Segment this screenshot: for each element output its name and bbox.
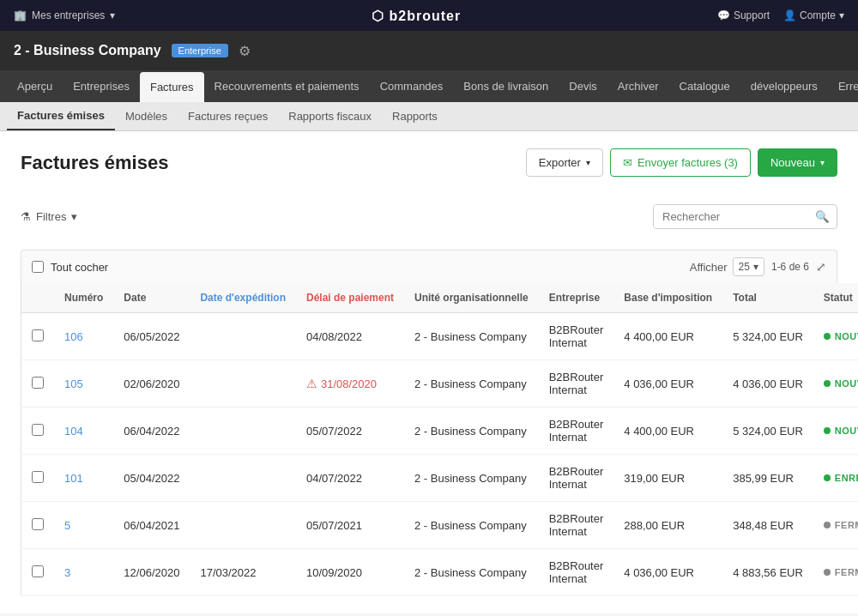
cell-unite: 2 - Business Company xyxy=(404,313,539,360)
expand-icon[interactable]: ⤢ xyxy=(816,260,826,274)
nav-devis[interactable]: Devis xyxy=(559,71,607,101)
cell-total: 348,48 EUR xyxy=(722,502,813,549)
header-statut: Statut xyxy=(813,283,858,313)
cell-base: 4 036,00 EUR xyxy=(613,360,722,408)
cell-entreprise: B2BRouter Internat xyxy=(539,360,614,408)
chevron-down-icon: ▾ xyxy=(753,261,758,273)
settings-icon[interactable]: ⚙ xyxy=(239,43,251,59)
row-checkbox[interactable] xyxy=(32,424,44,436)
nav-developpeurs[interactable]: développeurs xyxy=(740,71,828,101)
mes-entreprises-menu[interactable]: 🏢 Mes entreprises ▾ xyxy=(14,9,115,21)
row-checkbox[interactable] xyxy=(32,471,44,483)
status-label: FERMÉ xyxy=(835,520,858,530)
subnav-rapports-fiscaux[interactable]: Rapports fiscaux xyxy=(278,103,382,130)
row-checkbox[interactable] xyxy=(32,329,44,341)
cell-entreprise: B2BRouter Internat xyxy=(539,549,614,596)
subnav-rapports[interactable]: Rapports xyxy=(382,103,448,130)
per-page-select[interactable]: 25 ▾ xyxy=(733,257,764,276)
nav-entreprises[interactable]: Entreprises xyxy=(63,71,140,101)
cell-total: 5 324,00 EUR xyxy=(722,408,813,455)
nav-archiver[interactable]: Archiver xyxy=(607,71,669,101)
nav-erreurs[interactable]: Erreurs xyxy=(828,71,858,101)
table-row: 10606/05/202204/08/20222 - Business Comp… xyxy=(21,313,859,360)
table-row: 10406/04/202205/07/20222 - Business Comp… xyxy=(21,408,859,455)
nav-commandes[interactable]: Commandes xyxy=(370,71,454,101)
support-button[interactable]: 💬 Support xyxy=(717,9,770,21)
invoice-link[interactable]: 106 xyxy=(64,330,83,343)
search-input[interactable] xyxy=(654,205,808,228)
filter-icon: ⚗ xyxy=(21,210,31,223)
header-total: Total xyxy=(722,283,813,313)
status-label: NOUVEAU xyxy=(835,378,858,389)
status-dot xyxy=(824,333,831,340)
nav-apercu[interactable]: Aperçu xyxy=(7,71,63,101)
invoice-link[interactable]: 3 xyxy=(64,566,70,579)
table-row: 10502/06/2020⚠ 31/08/20202 - Business Co… xyxy=(21,360,859,408)
page-info: 1-6 de 6 xyxy=(771,261,809,273)
row-checkbox[interactable] xyxy=(32,518,44,530)
cell-base: 319,00 EUR xyxy=(613,455,722,502)
invoice-link[interactable]: 104 xyxy=(64,425,83,438)
subnav-factures-recues[interactable]: Factures reçues xyxy=(178,103,278,130)
afficher-select: Afficher 25 ▾ xyxy=(690,257,764,276)
cell-date: 06/04/2022 xyxy=(113,408,190,455)
status-dot xyxy=(824,380,831,387)
status-dot xyxy=(824,569,831,576)
nav-factures[interactable]: Factures xyxy=(140,72,204,102)
cell-unite: 2 - Business Company xyxy=(404,502,539,549)
invoice-link[interactable]: 105 xyxy=(64,377,83,390)
subnav-factures-emises[interactable]: Factures émises xyxy=(7,102,115,130)
select-all-label: Tout cocher xyxy=(51,261,108,274)
cell-date-exp xyxy=(190,360,296,408)
chevron-down-icon: ▾ xyxy=(71,210,77,223)
status-dot xyxy=(824,427,831,434)
cell-delai: 05/07/2022 xyxy=(296,408,404,455)
cell-delai: 10/09/2020 xyxy=(296,549,404,596)
invoice-link[interactable]: 101 xyxy=(64,472,83,485)
cell-statut: NOUVEAU xyxy=(813,360,858,408)
export-button[interactable]: Exporter ▾ xyxy=(526,148,603,177)
cell-delai: 05/07/2021 xyxy=(296,502,404,549)
row-checkbox[interactable] xyxy=(32,565,44,577)
search-box: 🔍 xyxy=(653,204,837,229)
invoices-table: Numéro Date Date d'expédition Délai de p… xyxy=(21,283,858,596)
filter-bar: ⚗ Filtres ▾ 🔍 xyxy=(21,197,837,236)
overdue-date: ⚠ 31/08/2020 xyxy=(306,377,394,390)
cell-entreprise: B2BRouter Internat xyxy=(539,408,614,455)
cell-total: 4 883,56 EUR xyxy=(722,549,813,596)
cell-base: 4 400,00 EUR xyxy=(613,408,722,455)
cell-numero: 101 xyxy=(54,455,113,502)
cell-total: 5 324,00 EUR xyxy=(722,313,813,360)
nav-catalogue[interactable]: Catalogue xyxy=(669,71,740,101)
subnav-modeles[interactable]: Modèles xyxy=(115,103,178,130)
nav-bons[interactable]: Bons de livraison xyxy=(453,71,559,101)
filters-label: Filtres xyxy=(36,210,66,223)
cell-statut: ENREGISTRÉ xyxy=(813,455,858,502)
cell-delai: ⚠ 31/08/2020 xyxy=(296,360,404,408)
brand-b2b: ⬡ xyxy=(372,9,389,23)
cell-total: 385,99 EUR xyxy=(722,455,813,502)
cell-date-exp xyxy=(190,502,296,549)
header-checkbox xyxy=(21,283,55,313)
filters-toggle[interactable]: ⚗ Filtres ▾ xyxy=(21,210,77,223)
select-all-checkbox[interactable] xyxy=(32,261,44,273)
cell-date-exp: 17/03/2022 xyxy=(190,549,296,596)
nav-recouvrements[interactable]: Recouvrements et paiements xyxy=(204,71,370,101)
search-button[interactable]: 🔍 xyxy=(808,205,837,228)
cell-entreprise: B2BRouter Internat xyxy=(539,502,614,549)
brand-logo: ⬡ b2brouter xyxy=(372,8,461,24)
envoyer-factures-button[interactable]: ✉ Envoyer factures (3) xyxy=(610,148,751,177)
cell-unite: 2 - Business Company xyxy=(404,455,539,502)
cell-date: 02/06/2020 xyxy=(113,360,190,408)
enterprise-badge: Enterprise xyxy=(172,44,228,57)
nouveau-button[interactable]: Nouveau ▾ xyxy=(758,148,837,177)
row-checkbox[interactable] xyxy=(32,377,44,389)
header-numero: Numéro xyxy=(54,283,113,313)
compte-button[interactable]: 👤 Compte ▾ xyxy=(783,9,844,21)
envoyer-label: Envoyer factures (3) xyxy=(637,156,738,169)
cell-unite: 2 - Business Company xyxy=(404,549,539,596)
status-label: NOUVEAU xyxy=(835,426,858,436)
invoice-link[interactable]: 5 xyxy=(64,519,70,532)
cell-delai: 04/07/2022 xyxy=(296,455,404,502)
cell-numero: 106 xyxy=(54,313,113,360)
